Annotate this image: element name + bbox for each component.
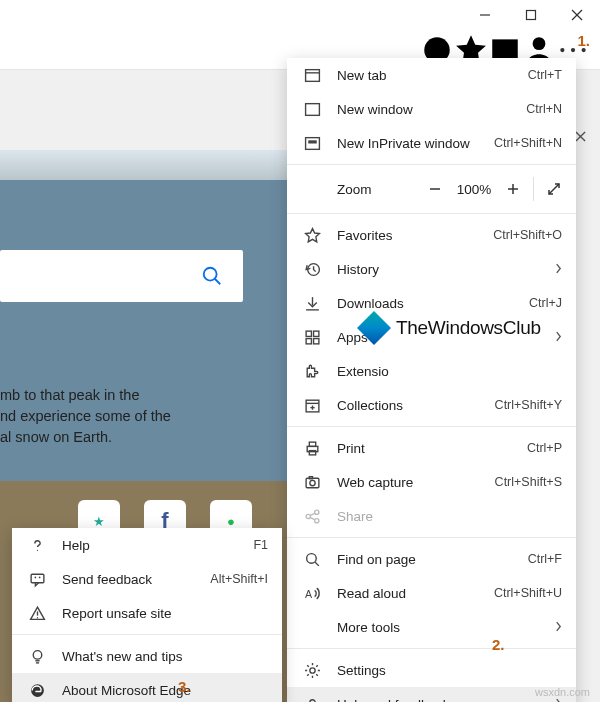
star-icon <box>301 226 323 244</box>
submenu-about[interactable]: About Microsoft Edge <box>12 673 282 702</box>
svg-rect-27 <box>306 331 311 336</box>
menu-new-window[interactable]: New window Ctrl+N <box>287 92 576 126</box>
help-submenu: Help F1 Send feedback Alt+Shift+I Report… <box>12 528 282 702</box>
menu-shortcut: Ctrl+Shift+N <box>494 136 562 150</box>
camera-icon <box>301 473 323 491</box>
promo-line: nd experience some of the <box>0 406 262 427</box>
menu-shortcut: Ctrl+T <box>528 68 562 82</box>
window-controls <box>0 0 600 30</box>
menu-new-tab[interactable]: New tab Ctrl+T <box>287 58 576 92</box>
separator <box>533 177 534 201</box>
svg-rect-15 <box>305 69 319 81</box>
menu-separator <box>12 634 282 635</box>
menu-label: Help and feedback <box>337 697 555 703</box>
menu-label: New InPrivate window <box>337 136 494 151</box>
menu-help-feedback[interactable]: Help and feedback <box>287 687 576 702</box>
maximize-button[interactable] <box>508 0 554 30</box>
menu-new-inprivate[interactable]: New InPrivate window Ctrl+Shift+N <box>287 126 576 160</box>
menu-web-capture[interactable]: Web capture Ctrl+Shift+S <box>287 465 576 499</box>
menu-separator <box>287 537 576 538</box>
menu-label: What's new and tips <box>62 649 268 664</box>
menu-share: Share <box>287 499 576 533</box>
warning-icon <box>26 604 48 622</box>
svg-rect-30 <box>313 338 318 343</box>
menu-collections[interactable]: Collections Ctrl+Shift+Y <box>287 388 576 422</box>
menu-settings[interactable]: Settings <box>287 653 576 687</box>
menu-label: History <box>337 262 555 277</box>
menu-extensions[interactable]: Extensio <box>287 354 576 388</box>
menu-label: Find on page <box>337 552 528 567</box>
svg-rect-28 <box>313 331 318 336</box>
menu-label: Share <box>337 509 562 524</box>
submenu-report[interactable]: Report unsafe site <box>12 596 282 630</box>
menu-shortcut: Ctrl+Shift+O <box>493 228 562 242</box>
menu-separator <box>287 426 576 427</box>
menu-print[interactable]: Print Ctrl+P <box>287 431 576 465</box>
download-icon <box>301 294 323 312</box>
svg-point-13 <box>204 268 217 281</box>
chevron-right-icon <box>555 620 562 635</box>
watermark-domain: wsxdn.com <box>535 686 590 698</box>
inprivate-icon <box>301 134 323 152</box>
history-icon <box>301 260 323 278</box>
svg-text:A: A <box>305 587 313 599</box>
zoom-value: 100% <box>451 182 497 197</box>
menu-favorites[interactable]: Favorites Ctrl+Shift+O <box>287 218 576 252</box>
menu-label: Favorites <box>337 228 493 243</box>
svg-rect-1 <box>527 11 536 20</box>
menu-label: More tools <box>337 620 555 635</box>
menu-find[interactable]: Find on page Ctrl+F <box>287 542 576 576</box>
fullscreen-button[interactable] <box>538 175 570 203</box>
brand-text: TheWindowsClub <box>396 317 541 339</box>
chevron-right-icon <box>555 262 562 277</box>
menu-shortcut: Ctrl+P <box>527 441 562 455</box>
svg-line-47 <box>315 562 319 566</box>
collections-icon <box>301 396 323 414</box>
annotation-3: 3. <box>178 678 191 695</box>
svg-point-9 <box>571 47 575 51</box>
svg-rect-5 <box>492 39 518 60</box>
read-aloud-icon: A <box>301 584 323 602</box>
menu-label: Web capture <box>337 475 495 490</box>
edge-icon <box>26 681 48 699</box>
annotation-2: 2. <box>492 636 505 653</box>
print-icon <box>301 439 323 457</box>
svg-rect-36 <box>309 442 315 446</box>
svg-line-45 <box>310 517 314 519</box>
menu-shortcut: Ctrl+F <box>528 552 562 566</box>
menu-label: Downloads <box>337 296 529 311</box>
find-icon <box>301 550 323 568</box>
new-tab-icon <box>301 66 323 84</box>
help-icon <box>26 536 48 554</box>
menu-label: New tab <box>337 68 528 83</box>
main-dropdown-menu: New tab Ctrl+T New window Ctrl+N New InP… <box>287 58 576 702</box>
close-button[interactable] <box>554 0 600 30</box>
menu-separator <box>287 164 576 165</box>
svg-rect-37 <box>309 450 315 454</box>
watermark-brand: TheWindowsClub <box>362 316 541 340</box>
menu-read-aloud[interactable]: A Read aloud Ctrl+Shift+U <box>287 576 576 610</box>
zoom-in-button[interactable] <box>497 175 529 203</box>
svg-line-44 <box>310 513 314 515</box>
apps-icon <box>301 328 323 346</box>
menu-shortcut: Ctrl+Shift+Y <box>495 398 562 412</box>
submenu-feedback[interactable]: Send feedback Alt+Shift+I <box>12 562 282 596</box>
menu-downloads[interactable]: Downloads Ctrl+J <box>287 286 576 320</box>
submenu-help[interactable]: Help F1 <box>12 528 282 562</box>
promo-line: al snow on Earth. <box>0 427 262 448</box>
chevron-right-icon <box>555 330 562 345</box>
menu-separator <box>287 213 576 214</box>
menu-label: Report unsafe site <box>62 606 268 621</box>
menu-label: Print <box>337 441 527 456</box>
menu-more-tools[interactable]: More tools <box>287 610 576 644</box>
menu-history[interactable]: History <box>287 252 576 286</box>
svg-point-49 <box>309 667 314 672</box>
annotation-1: 1. <box>577 32 590 49</box>
zoom-out-button[interactable] <box>419 175 451 203</box>
search-icon <box>201 265 223 287</box>
feedback-icon <box>26 570 48 588</box>
svg-point-46 <box>306 553 316 563</box>
page-search-input[interactable] <box>0 250 243 302</box>
submenu-whats-new[interactable]: What's new and tips <box>12 639 282 673</box>
minimize-button[interactable] <box>462 0 508 30</box>
